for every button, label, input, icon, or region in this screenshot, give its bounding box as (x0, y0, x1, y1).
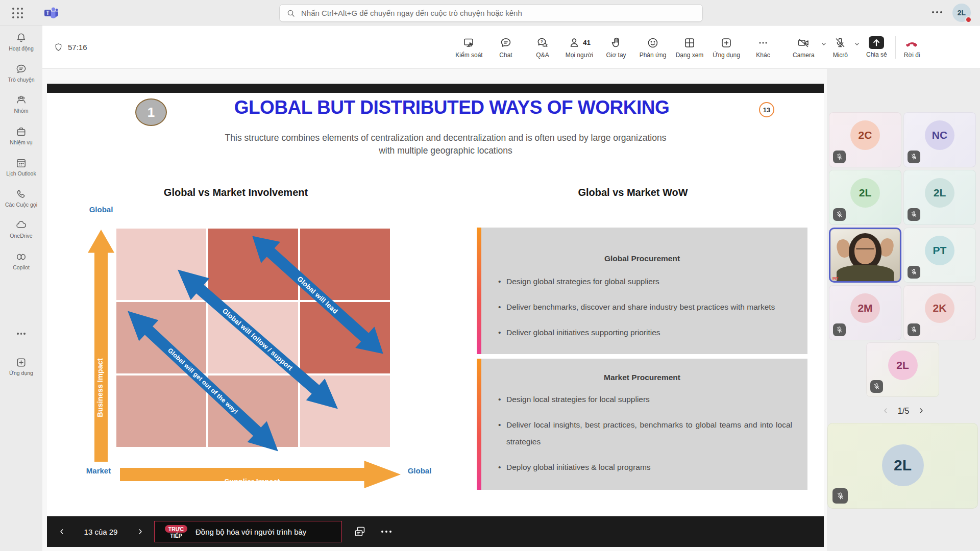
sidebar-item-copilot[interactable]: Copilot (0, 251, 42, 280)
meeting-timer: 57:16 (54, 26, 87, 69)
mic-muted-icon (908, 208, 920, 221)
avatar: 2L (850, 178, 880, 208)
page-next-icon[interactable] (917, 407, 925, 415)
meeting-header: 57:16 Kiểm soát Chat ? Q&A 41 Mọi người (42, 26, 980, 69)
mic-button[interactable]: Micrô (831, 36, 850, 59)
avatar: 2L (882, 444, 924, 486)
people-button[interactable]: 41 Mọi người (561, 26, 598, 69)
mic-muted-icon (833, 151, 846, 163)
sidebar-item-calendar[interactable]: Lịch Outlook (0, 157, 42, 186)
participant-count-badge: 41 (583, 39, 591, 46)
more-dots-icon (756, 36, 770, 49)
device-controls: Camera Micrô Chia sẻ Rời đi (791, 26, 922, 69)
page-prev-icon[interactable] (881, 407, 890, 415)
share-frame-top-strip (47, 84, 824, 93)
mic-chevron-icon[interactable] (853, 40, 861, 48)
presentation-more-icon[interactable] (381, 516, 391, 547)
x-axis-right-label: Global (399, 466, 440, 475)
leave-button[interactable]: Rời đi (902, 36, 922, 59)
slide-grid-icon[interactable] (353, 525, 366, 538)
mic-muted-icon (908, 266, 920, 279)
sidebar-item-teams[interactable]: Nhóm (0, 94, 42, 123)
involvement-heading: Global vs Market Involvement (134, 187, 338, 198)
global-procurement-box: Global Procurement Design global strateg… (477, 228, 807, 354)
wow-heading: Global vs Market WoW (531, 187, 735, 198)
sidebar-item-onedrive[interactable]: OneDrive (0, 219, 42, 248)
control-button[interactable]: Kiểm soát (451, 26, 487, 69)
y-axis-top-label: Global (81, 205, 121, 214)
sidebar-item-apps[interactable]: Ứng dụng (0, 356, 42, 386)
avatar: 2C (850, 120, 880, 150)
person-icon (568, 36, 581, 49)
previous-slide-button[interactable] (54, 516, 69, 547)
raised-hand-icon (609, 36, 623, 49)
user-avatar[interactable]: 2L (952, 4, 971, 22)
mic-muted-icon (870, 380, 883, 393)
participant-tile[interactable]: NC (903, 112, 976, 167)
mic-muted-icon (833, 323, 846, 336)
participant-tile-overflow[interactable]: 2L (866, 342, 939, 397)
titlebar-more-icon[interactable] (932, 11, 942, 13)
market-procurement-box: Market Procurement Design local strategi… (477, 359, 807, 490)
video-participant-tile[interactable]: INT (829, 228, 901, 283)
bell-icon (15, 32, 28, 44)
slide-subtitle: This structure combines elements of cent… (190, 132, 701, 157)
person-body (837, 265, 894, 282)
add-app-icon (15, 356, 28, 369)
camera-button[interactable]: Camera (791, 36, 817, 59)
person-face (854, 238, 876, 264)
participant-tile[interactable]: PT (903, 228, 976, 283)
sidebar-item-activity[interactable]: Hoạt động (0, 32, 42, 61)
screen-control-icon (462, 36, 476, 49)
mic-muted-icon (833, 208, 846, 221)
camera-chevron-icon[interactable] (820, 40, 828, 48)
self-video-tile[interactable]: 2L (827, 423, 978, 509)
presentation-bottom-bar: 13 của 29 TRỰC TIẾP Đồng bộ hóa với ngườ… (47, 516, 824, 547)
slide-corner-badge: 13 (759, 102, 774, 117)
sidebar-item-calls[interactable]: Các Cuộc gọi (0, 188, 42, 217)
avatar: NC (925, 120, 954, 150)
mic-muted-icon (908, 151, 920, 163)
phone-icon (15, 188, 28, 201)
qa-button[interactable]: ? Q&A (524, 26, 561, 69)
bullet: Design local strategies for local suppli… (506, 394, 792, 405)
sidebar-more-icon[interactable] (0, 328, 42, 340)
chat-button[interactable]: Chat (487, 26, 524, 69)
participant-tile[interactable]: 2L (903, 170, 976, 225)
reactions-button[interactable]: Phản ứng (634, 26, 671, 69)
share-button[interactable]: Chia sẻ (864, 36, 889, 58)
live-badge: TRỰC TIẾP (164, 525, 188, 539)
chevron-left-icon (58, 528, 66, 536)
avatar: PT (925, 236, 954, 265)
meeting-chat-icon (499, 36, 512, 49)
app-topbar: T Nhấn Ctrl+Alt+G để chuyển ngay đến cuộ… (0, 0, 980, 26)
participant-tile[interactable]: 2C (829, 112, 901, 167)
search-icon (287, 9, 295, 17)
teams-logo-icon[interactable]: T (44, 6, 58, 20)
apps-button[interactable]: Ứng dụng (708, 26, 745, 69)
grid-view-icon (683, 36, 696, 49)
participant-tile[interactable]: 2K (903, 285, 976, 340)
view-button[interactable]: Dạng xem (671, 26, 708, 69)
participants-panel: 2C NC 2L 2L INT PT 2 (827, 69, 980, 551)
next-slide-button[interactable] (133, 516, 148, 547)
y-axis-label: Business Impact (96, 311, 106, 464)
avatar: 2M (850, 293, 880, 323)
more-button[interactable]: Khác (745, 26, 781, 69)
search-input[interactable]: Nhấn Ctrl+Alt+G để chuyển ngay đến cuộc … (279, 4, 703, 22)
sync-to-presenter-button[interactable]: TRỰC TIẾP Đồng bộ hóa với người trình bà… (154, 521, 342, 542)
share-icon (869, 36, 884, 49)
svg-text:?: ? (541, 39, 543, 44)
sidebar-item-tasks[interactable]: Nhiệm vụ (0, 126, 42, 155)
participant-tile[interactable]: 2M (829, 285, 901, 340)
sidebar-item-chat[interactable]: Trò chuyện (0, 63, 42, 92)
raise-hand-button[interactable]: Giơ tay (598, 26, 634, 69)
app-launcher-icon[interactable] (11, 7, 24, 20)
participant-tile[interactable]: 2L (829, 170, 901, 225)
gradient-bar (477, 359, 481, 490)
shared-slide: 1 GLOBAL BUT DISTRIBUTED WAYS OF WORKING… (47, 93, 824, 516)
slide-number-bubble: 1 (135, 98, 167, 126)
divider (895, 36, 896, 59)
mic-muted-icon (908, 323, 920, 336)
y-axis-bottom-label: Market (78, 466, 119, 475)
